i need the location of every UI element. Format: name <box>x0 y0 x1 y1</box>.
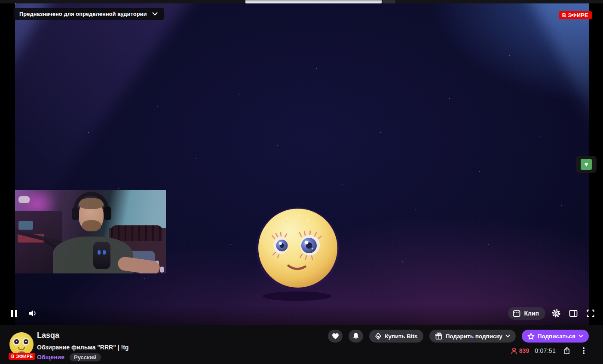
top-nav-strip <box>0 0 603 3</box>
chevron-down-icon <box>152 12 158 16</box>
category-link[interactable]: Общение <box>37 354 64 361</box>
starfield <box>15 3 16 4</box>
live-badge: В ЭФИРЕ <box>559 11 592 19</box>
fullscreen-button[interactable] <box>584 307 597 320</box>
spotlight-beam <box>510 3 589 251</box>
bits-gem-icon <box>375 332 382 340</box>
buy-bits-label: Купить Bits <box>385 333 417 340</box>
theater-mode-button[interactable] <box>567 307 580 320</box>
share-button[interactable] <box>561 345 572 356</box>
notifications-button[interactable] <box>349 330 363 343</box>
search-button[interactable] <box>383 0 395 3</box>
gift-sub-label: Подарить подписку <box>446 333 502 340</box>
pause-button[interactable] <box>8 307 21 320</box>
viewer-count: 839 <box>519 347 529 354</box>
viewers-icon <box>511 347 517 355</box>
channel-actions: Купить Bits Подарить подписку Подписатьс… <box>328 330 589 343</box>
star-icon <box>527 333 535 340</box>
channel-name[interactable]: Lasqa <box>37 331 59 340</box>
chevron-down-icon <box>505 334 510 338</box>
clip-icon <box>513 310 520 317</box>
gear-icon <box>551 309 561 318</box>
player-controls: Клип <box>0 304 603 325</box>
spotlight-beam <box>15 3 70 325</box>
stream-title: Обзирание фильма "RRR" | !tg <box>37 344 129 351</box>
stream-meta: Общение Русский <box>37 352 101 362</box>
gift-sub-button[interactable]: Подарить подписку <box>429 330 516 343</box>
share-icon <box>563 347 570 355</box>
settings-button[interactable] <box>550 307 563 320</box>
content-warning-dropdown[interactable]: Предназначено для определенной аудитории <box>13 8 164 20</box>
chevron-down-icon <box>579 334 583 338</box>
stream-stats: 839 0:07:51 <box>511 346 589 356</box>
mascot-emoji-character <box>251 203 345 301</box>
gift-icon <box>435 332 443 340</box>
buy-bits-button[interactable]: Купить Bits <box>369 330 423 343</box>
heart-icon: ♥ <box>581 159 592 170</box>
bell-icon <box>352 332 359 340</box>
subscribe-button[interactable]: Подписаться <box>522 330 589 343</box>
fullscreen-icon <box>587 309 594 317</box>
volume-icon <box>28 309 38 317</box>
clip-button[interactable]: Клип <box>508 307 545 320</box>
search-input[interactable] <box>245 0 382 3</box>
pause-icon <box>11 309 18 317</box>
screen: Предназначено для определенной аудитории… <box>0 0 603 364</box>
follow-button[interactable] <box>328 330 343 343</box>
extension-heart-button[interactable]: ♥ <box>576 156 597 173</box>
theater-icon <box>569 309 578 317</box>
kebab-icon <box>583 347 585 354</box>
volume-button[interactable] <box>27 307 40 320</box>
clip-label: Клип <box>524 310 539 317</box>
heart-icon <box>332 333 339 340</box>
content-warning-label: Предназначено для определенной аудитории <box>19 11 147 17</box>
stream-uptime: 0:07:51 <box>535 347 556 354</box>
channel-info-bar: В ЭФИРЕ Lasqa Обзирание фильма "RRR" | !… <box>0 325 603 364</box>
tag-language[interactable]: Русский <box>70 353 101 361</box>
avatar-live-badge: В ЭФИРЕ <box>9 353 35 360</box>
webcam-overlay <box>15 190 166 273</box>
stream-video <box>15 3 589 325</box>
subscribe-label: Подписаться <box>538 333 575 340</box>
video-player[interactable]: Предназначено для определенной аудитории… <box>0 3 603 325</box>
more-options-button[interactable] <box>578 345 589 356</box>
